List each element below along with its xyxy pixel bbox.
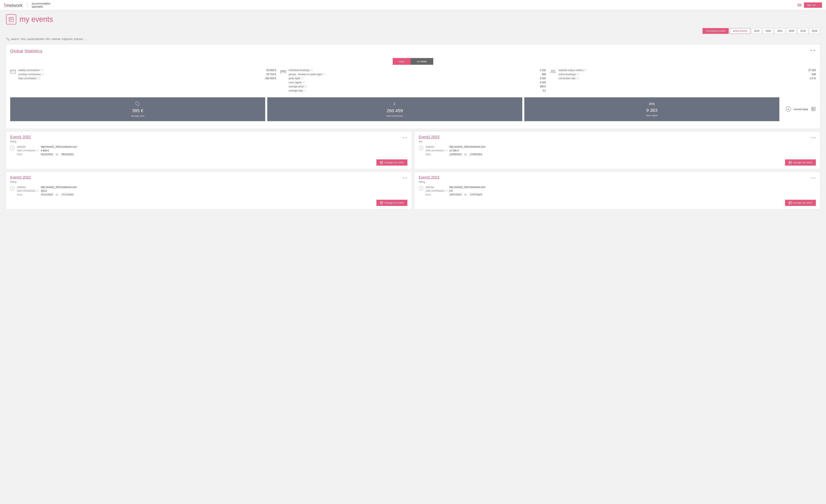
logo-b: b [4,2,7,8]
event-website-label-event1-2022: website: [17,145,40,148]
event-commission-info-icon-event2-2023[interactable]: ⓘ [445,190,447,192]
filter-bar: contracting events active events 2023202… [0,26,826,36]
year-2019-button[interactable]: 2019 [798,28,809,34]
year-2021-button[interactable]: 2021 [774,28,785,34]
global-statistics-section: Global Statistics ⌃⌃ euro us dollar [6,45,820,128]
svg-rect-24 [789,161,791,164]
event-expand-button-event2-2023[interactable]: ⌄⌄ [811,175,816,179]
groups-booked-value: 689 [542,73,546,76]
event-expand-button-event2-2022[interactable]: ⌄⌄ [402,175,407,179]
event-from-value-event1-2022: 03/10/2022 [41,153,53,156]
manage-event-button-event1-2023[interactable]: manage my event [785,160,816,166]
individual-bookings-info-icon[interactable]: ⓘ [311,69,313,72]
year-2018-button[interactable]: 2018 [809,28,820,34]
conversion-rate-info-icon[interactable]: ⓘ [577,77,579,80]
monthly-commission-row: monthly commission: ⓘ 53 703 € [18,73,276,76]
current-data-section: current data: [781,97,816,121]
event-name-event2-2023[interactable]: Event2 2023 [419,175,439,180]
event-commission-label-event2-2022: total commission: ⓘ [17,189,40,192]
manage-event-button-event2-2023[interactable]: manage my event [785,200,816,206]
monthly-commission-info-icon[interactable]: ⓘ [42,73,44,76]
year-2022-button[interactable]: 2022 [763,28,774,34]
event-website-value-event1-2022: http://event1_2022.bnetwork.com [41,145,77,148]
search-input-wrap: 🔍 [6,38,820,41]
event-name-event2-2022[interactable]: Event2 2022 [10,175,31,180]
event-commission-info-icon-event1-2023[interactable]: ⓘ [445,149,447,152]
room-nights-info-icon[interactable]: ⓘ [303,81,305,84]
active-events-button[interactable]: active events [730,28,750,34]
excel-icon[interactable] [811,107,816,112]
event-details-event1-2023: i website: http://event1_2023.bnetwork.c… [419,145,816,156]
event-status-event2-2022: billing [10,180,407,183]
year-2020-button[interactable]: 2020 [786,28,797,34]
sign-out-button[interactable]: sign out → [804,2,822,8]
manage-icon-event1-2022 [380,161,383,164]
event-dates-row-event1-2022: from: 03/10/2022 to: 06/10/2022 [17,153,407,156]
event-status-event1-2022: billing [10,140,407,143]
event-website-row-event1-2022: website: http://event1_2022.bnetwork.com [17,145,407,148]
event-dates-row-event1-2023: from: 12/09/2023 to: 17/09/2023 [426,153,816,156]
manage-event-button-event1-2022[interactable]: manage my event [376,160,407,166]
manage-icon-event1-2023 [789,161,791,164]
contracting-events-button[interactable]: contracting events [703,28,728,34]
summary-card-value-1: 260 459 [387,108,403,113]
event-card-event1-2023: Event1 2023 ⌄⌄ live i website: http://ev… [415,132,820,169]
groups-booked-info-icon[interactable]: ⓘ [323,73,325,76]
weekly-commission-info-icon[interactable]: ⓘ [41,69,43,72]
peak-night-info-icon[interactable]: ⓘ [301,77,303,80]
header-right: sign out → [798,2,822,8]
year-2023-button[interactable]: 2023 [752,28,762,34]
summary-cards: 385 € average price € 260 459 total comm… [10,97,816,121]
search-icon: 🔍 [6,38,9,41]
event-to-value-event1-2023: 17/09/2023 [470,153,482,156]
calendar-icon [6,14,16,24]
event-commission-info-icon-event2-2022[interactable]: ⓘ [37,190,39,192]
event-name-event1-2022[interactable]: Event1 2022 [10,135,31,139]
summary-card-icon-1: € [392,102,397,107]
event-from-value-event2-2023: 10/07/2023 [449,193,462,196]
manage-event-button-event2-2022[interactable]: manage my event [376,200,407,206]
event-name-event1-2023[interactable]: Event1 2023 [419,135,439,139]
svg-point-4 [10,20,11,20]
event-card-header-event1-2022: Event1 2022 ⌄⌄ [10,135,407,139]
event-commission-label-event2-2023: total commission: ⓘ [426,189,448,192]
event-website-value-event1-2023: http://event1_2023.bnetwork.com [449,145,485,148]
unique-visitors-info-icon[interactable]: ⓘ [585,69,587,72]
header-left: b network accommodation specialist [4,2,51,8]
total-commission-label: total commission: ⓘ [18,77,40,80]
event-info-icon-event2-2022: i [10,186,15,191]
event-commission-row-event2-2022: total commission: ⓘ 353 € [17,189,407,192]
svg-point-12 [551,70,553,71]
event-dates-row-event2-2023: from: 10/07/2023 to: 17/07/2023 [426,193,816,196]
hamburger-menu-icon[interactable] [798,4,802,6]
online-bookings-info-icon[interactable]: ⓘ [577,73,579,76]
event-commission-info-icon-event1-2022[interactable]: ⓘ [37,149,39,152]
total-commission-value: 260 459 € [265,77,276,80]
logo: b network [4,2,22,8]
event-info-icon-event2-2023: i [419,186,423,191]
usd-currency-button[interactable]: us dollar [411,58,433,65]
year-filter-group: 202320222021202020192018 [752,28,820,34]
event-details-event1-2022: i website: http://event1_2022.bnetwork.c… [10,145,407,156]
event-website-label-event2-2023: website: [426,186,448,189]
current-data-label: current data: [793,108,809,111]
event-card-event2-2022: Event2 2022 ⌄⌄ billing i website: http:/… [6,172,411,209]
event-to-label-event1-2023: to: [464,153,467,156]
total-commission-info-icon[interactable]: ⓘ [38,77,40,80]
search-input[interactable] [11,38,93,41]
event-expand-button-event1-2023[interactable]: ⌄⌄ [811,135,816,139]
stats-collapse-button[interactable]: ⌃⌃ [810,49,816,54]
event-to-label-event2-2022: to: [56,193,58,196]
logo-subtitle-line2: specialist [32,5,51,8]
event-expand-button-event1-2022[interactable]: ⌄⌄ [402,135,407,139]
svg-point-13 [554,70,555,71]
average-price-info-icon[interactable]: ⓘ [305,85,307,88]
event-status-event2-2023: billing [419,180,816,183]
svg-text:€: € [394,102,395,106]
weekly-commission-value: 83 903 € [267,69,276,72]
average-stay-info-icon[interactable]: ⓘ [304,89,306,92]
svg-rect-30 [789,202,791,204]
conversion-rate-value: 1.6 % [810,77,816,80]
event-card-event1-2022: Event1 2022 ⌄⌄ billing i website: http:/… [6,132,411,169]
euro-currency-button[interactable]: euro [393,58,411,65]
